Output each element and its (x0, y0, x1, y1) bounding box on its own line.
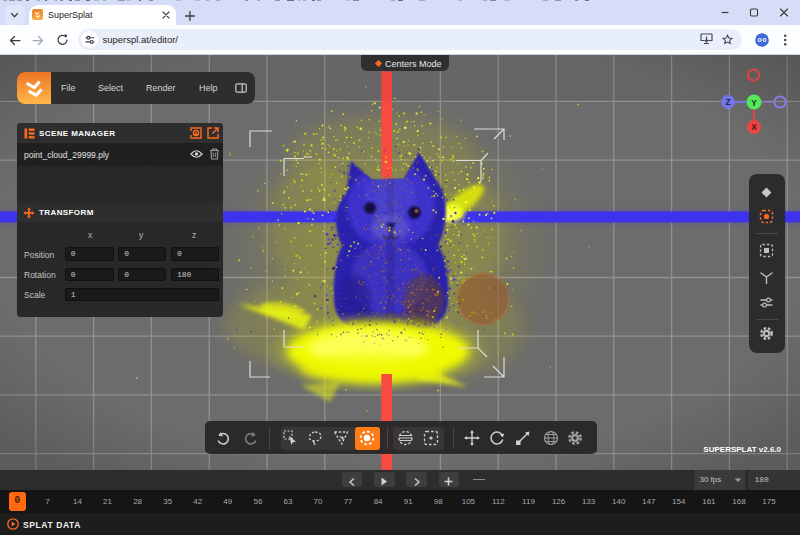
svg-text:X: X (751, 122, 757, 132)
svg-text:Y: Y (751, 98, 757, 108)
svg-text:Z: Z (725, 97, 730, 107)
